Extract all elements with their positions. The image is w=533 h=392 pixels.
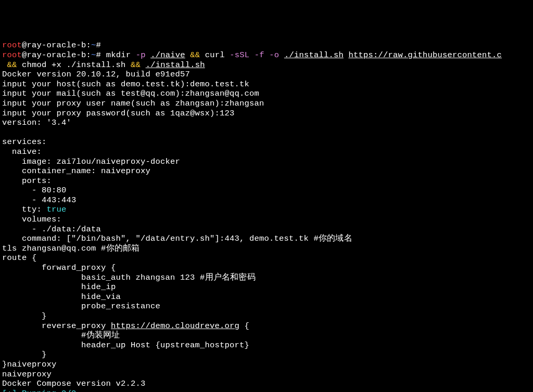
config-tls: tls zhangsan@qq.com #你的邮箱 [2, 244, 139, 253]
cmd-curl: curl [205, 50, 225, 60]
prompt-user2: root [2, 50, 22, 60]
prompt-host: ray-oracle-b [27, 41, 86, 50]
config-rev-proxy-pre: reverse_proxy [2, 321, 111, 331]
prompt-user: root [2, 41, 22, 50]
yaml-volumes: volumes: [2, 215, 61, 224]
input-host: input your host(such as demo.test.tk):de… [2, 80, 249, 89]
config-basic-auth: basic_auth zhangsan 123 #用户名和密码 [2, 273, 256, 282]
cmd-url: https://raw.githubusercontent.c [348, 50, 502, 60]
cmd-outfile: ./install.sh [284, 50, 344, 60]
docker-version: Docker version 20.10.12, build e91ed57 [2, 70, 190, 79]
yaml-vol1: - ./data:/data [2, 225, 101, 234]
prompt-end: # [96, 41, 101, 50]
prompt-end2: # [96, 50, 101, 60]
out-running: [+] Running 2/2 [2, 389, 77, 392]
yaml-tty: tty: [2, 205, 42, 214]
config-hide-ip: hide_ip [2, 282, 116, 292]
prompt-colon: : [86, 41, 92, 50]
cmd-and3: && [131, 60, 141, 70]
cmd-opt-o: -o [269, 50, 279, 60]
yaml-naive: naive: [2, 147, 42, 156]
config-hide-via: hide_via [2, 292, 121, 302]
config-close2: } [2, 350, 47, 359]
yaml-command: command: ["/bin/bash", "/data/entry.sh"]… [2, 234, 352, 243]
out-naiveproxy: naiveproxy [2, 370, 52, 379]
yaml-image: image: zai7lou/naiveproxy-docker [2, 157, 180, 166]
prompt-at: @ [22, 41, 27, 50]
cmd-opt-p: -p [136, 50, 146, 60]
cmd-and2: && [7, 60, 17, 70]
config-rev-proxy-url: https://demo.cloudreve.org [111, 321, 239, 331]
yaml-port80: - 80:80 [2, 186, 67, 195]
cmd-opt-ssl: -sSL [230, 50, 249, 60]
input-proxy-pass: input your proxy password(such as 1qaz@w… [2, 109, 235, 118]
input-mail: input your mail(such as test@qq.com):zha… [2, 89, 259, 98]
out-compose-version: Docker Compose version v2.2.3 [2, 379, 146, 388]
prompt-colon2: : [86, 50, 92, 60]
config-header-up: header_up Host {upstream_hostport} [2, 341, 249, 350]
empty-cmd [101, 41, 106, 50]
cmd-opt-f: -f [255, 50, 264, 60]
config-fwd-proxy: forward_proxy { [2, 263, 116, 272]
cmd-run: ./install.sh [146, 60, 205, 70]
yaml-container-name: container_name: naiveproxy [2, 166, 150, 176]
config-close3: }naiveproxy [2, 360, 57, 369]
prompt-at2: @ [22, 50, 27, 60]
input-proxy-user: input your proxy user name(such as zhang… [2, 99, 264, 108]
yaml-ports: ports: [2, 176, 52, 186]
yaml-tty-true: true [47, 205, 67, 214]
prompt-path2: ~ [91, 50, 96, 60]
config-rev-proxy-post: { [239, 321, 249, 331]
yaml-port443: - 443:443 [2, 195, 77, 205]
config-close1: } [2, 311, 47, 321]
cmd-chmod: chmod +x ./install.sh [22, 60, 126, 70]
config-fake-comment: #伪装网址 [2, 331, 120, 340]
cmd-path: ./naive [150, 50, 185, 60]
yaml-services: services: [2, 137, 47, 147]
prompt-path: ~ [91, 41, 96, 50]
config-route: route { [2, 253, 37, 263]
cmd-mkdir: mkdir [106, 50, 131, 60]
yaml-version: version: '3.4' [2, 118, 71, 127]
config-probe: probe_resistance [2, 302, 160, 311]
prompt-host2: ray-oracle-b [27, 50, 86, 60]
cmd-and1: && [190, 50, 200, 60]
terminal-output: root@ray-oracle-b:~# root@ray-oracle-b:~… [2, 41, 531, 392]
